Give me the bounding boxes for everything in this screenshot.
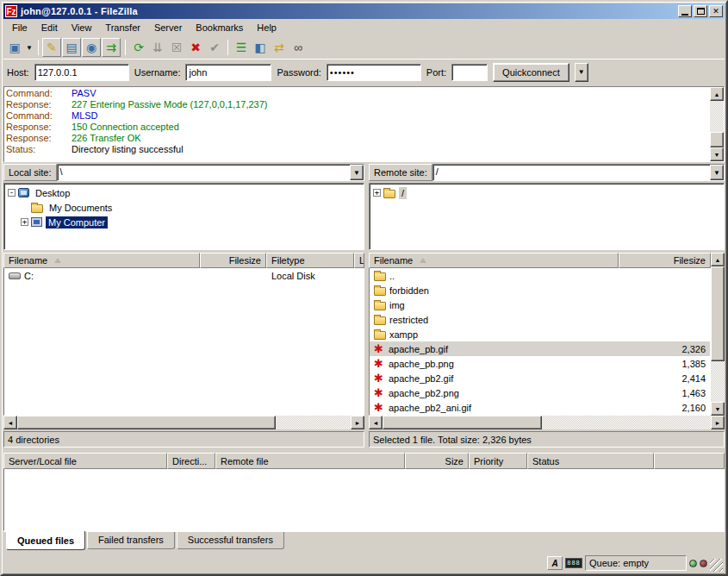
username-input[interactable] bbox=[185, 64, 271, 81]
remote-tree[interactable]: + / bbox=[369, 183, 725, 250]
file-row[interactable]: ✱apache_pb2.png1,463 bbox=[370, 385, 710, 400]
scroll-right-icon[interactable]: ► bbox=[351, 416, 364, 429]
scrollbar-thumb[interactable] bbox=[711, 266, 725, 361]
column-header-lastmodified[interactable]: L bbox=[354, 253, 364, 268]
filter-button[interactable]: ☰ bbox=[232, 38, 251, 57]
tree-item-label-selected[interactable]: My Computer bbox=[46, 216, 108, 229]
scroll-up-icon[interactable]: ▲ bbox=[711, 253, 725, 266]
message-log-body[interactable]: Command:PASV Response:227 Entering Passi… bbox=[4, 87, 710, 161]
toggle-local-tree-button[interactable]: ▤ bbox=[62, 38, 81, 57]
maximize-button[interactable] bbox=[694, 5, 707, 17]
column-header-filename[interactable]: Filename bbox=[3, 253, 200, 268]
log-scrollbar[interactable]: ▲ ▼ bbox=[710, 87, 724, 161]
local-tree[interactable]: - Desktop My Documents + My Computer bbox=[3, 183, 364, 250]
file-row[interactable]: forbidden bbox=[370, 283, 710, 297]
menu-bookmarks[interactable]: Bookmarks bbox=[189, 21, 250, 34]
host-input[interactable] bbox=[34, 64, 129, 81]
tree-item-label[interactable]: My Documents bbox=[47, 202, 115, 214]
scrollbar-track[interactable] bbox=[542, 416, 711, 429]
column-header-direction[interactable]: Directi... bbox=[167, 453, 215, 469]
file-row[interactable]: img bbox=[370, 297, 710, 312]
remote-site-combo[interactable]: / ▼ bbox=[432, 164, 725, 181]
tree-item-label[interactable]: / bbox=[399, 187, 407, 199]
file-row-local-disk[interactable]: C: Local Disk bbox=[4, 268, 364, 283]
remote-hscrollbar[interactable]: ◄ ► bbox=[369, 416, 725, 429]
site-manager-button[interactable]: ▣ bbox=[5, 38, 24, 57]
quickconnect-button[interactable]: Quickconnect bbox=[493, 63, 569, 82]
password-input[interactable] bbox=[327, 64, 421, 81]
column-header-filename[interactable]: Filename bbox=[369, 253, 619, 268]
refresh-button[interactable]: ⟳ bbox=[129, 38, 148, 57]
local-site-combo[interactable]: \ ▼ bbox=[57, 164, 364, 181]
compare-button[interactable]: ◧ bbox=[251, 38, 270, 57]
column-header-filesize[interactable]: Filesize bbox=[200, 253, 266, 268]
quickconnect-dropdown[interactable]: ▼ bbox=[575, 63, 588, 82]
remote-site-value[interactable]: / bbox=[433, 165, 710, 180]
resize-grip[interactable] bbox=[710, 559, 723, 572]
column-header-size[interactable]: Size bbox=[405, 453, 469, 469]
menu-server[interactable]: Server bbox=[147, 21, 189, 34]
close-button[interactable]: ✕ bbox=[709, 5, 723, 17]
expand-icon[interactable]: + bbox=[21, 218, 28, 226]
tab-failed-transfers[interactable]: Failed transfers bbox=[87, 532, 175, 549]
file-row[interactable]: .. bbox=[370, 268, 710, 283]
speed-limits-icon[interactable]: 888 bbox=[565, 558, 582, 568]
queue-list[interactable] bbox=[3, 469, 725, 531]
toggle-remote-tree-button[interactable]: ◉ bbox=[82, 38, 101, 57]
column-header-priority[interactable]: Priority bbox=[469, 453, 527, 469]
file-row[interactable]: ✱apache_pb2_ani.gif2,160 bbox=[370, 400, 710, 415]
toggle-queue-button[interactable]: ⇉ bbox=[102, 38, 121, 57]
scroll-left-icon[interactable]: ◄ bbox=[369, 416, 383, 429]
file-row[interactable]: restricted bbox=[370, 312, 710, 327]
tab-queued-files[interactable]: Queued files bbox=[6, 531, 85, 550]
scrollbar-thumb[interactable] bbox=[17, 416, 276, 429]
scroll-left-icon[interactable]: ◄ bbox=[3, 416, 17, 429]
menu-view[interactable]: View bbox=[65, 21, 99, 34]
scroll-down-icon[interactable]: ▼ bbox=[710, 147, 724, 161]
expand-icon[interactable]: + bbox=[373, 189, 381, 197]
scroll-right-icon[interactable]: ► bbox=[711, 416, 725, 429]
scrollbar-thumb[interactable] bbox=[710, 132, 724, 147]
menu-transfer[interactable]: Transfer bbox=[98, 21, 147, 34]
toggle-log-button[interactable]: ✎ bbox=[42, 38, 61, 57]
column-header-empty[interactable] bbox=[654, 453, 725, 469]
local-hscrollbar[interactable]: ◄ ► bbox=[3, 416, 364, 429]
scroll-down-icon[interactable]: ▼ bbox=[711, 402, 725, 416]
site-manager-dropdown[interactable]: ▼ bbox=[24, 38, 34, 57]
scrollbar-track[interactable] bbox=[711, 361, 725, 402]
local-site-value[interactable]: \ bbox=[58, 165, 350, 180]
column-header-server-local-file[interactable]: Server/Local file bbox=[3, 453, 167, 469]
local-file-list[interactable]: C: Local Disk bbox=[3, 268, 364, 416]
scrollbar-thumb[interactable] bbox=[383, 416, 542, 429]
menu-help[interactable]: Help bbox=[250, 21, 283, 34]
disconnect-button[interactable]: ✖ bbox=[186, 38, 205, 57]
reconnect-button[interactable]: ✔ bbox=[205, 38, 224, 57]
tab-successful-transfers[interactable]: Successful transfers bbox=[177, 532, 284, 549]
column-header-filetype[interactable]: Filetype bbox=[266, 253, 354, 268]
column-header-status[interactable]: Status bbox=[527, 453, 654, 469]
file-row[interactable]: ✱apache_pb.png1,385 bbox=[370, 356, 710, 371]
scrollbar-track[interactable] bbox=[710, 101, 724, 132]
transfer-type-indicator[interactable]: A bbox=[547, 556, 563, 570]
cancel-button[interactable]: ☒ bbox=[167, 38, 186, 57]
scroll-up-icon[interactable]: ▲ bbox=[710, 87, 724, 101]
tree-item-desktop[interactable]: - Desktop bbox=[5, 185, 363, 200]
port-input[interactable] bbox=[451, 64, 488, 81]
scrollbar-track[interactable] bbox=[276, 416, 351, 429]
menu-edit[interactable]: Edit bbox=[34, 21, 65, 34]
column-header-filesize[interactable]: Filesize bbox=[619, 253, 711, 268]
tree-item-label[interactable]: Desktop bbox=[33, 187, 72, 199]
title-bar[interactable]: Fz john@127.0.0.1 - FileZilla ✕ bbox=[3, 3, 725, 19]
tree-item-root[interactable]: + / bbox=[370, 185, 723, 200]
file-row-selected[interactable]: ✱apache_pb.gif2,326 bbox=[370, 341, 710, 356]
collapse-icon[interactable]: - bbox=[8, 189, 16, 197]
chevron-down-icon[interactable]: ▼ bbox=[710, 165, 724, 180]
file-row[interactable]: ✱apache_pb2.gif2,414 bbox=[370, 371, 710, 385]
tree-item-my-computer[interactable]: + My Computer bbox=[5, 215, 363, 229]
menu-file[interactable]: File bbox=[5, 21, 34, 34]
process-queue-button[interactable]: ⇊ bbox=[148, 38, 167, 57]
sync-browsing-button[interactable]: ⇄ bbox=[270, 38, 289, 57]
find-button[interactable]: ∞ bbox=[289, 38, 308, 57]
remote-vscrollbar[interactable]: ▲ ▼ bbox=[711, 253, 725, 416]
file-row[interactable]: xampp bbox=[370, 327, 710, 341]
